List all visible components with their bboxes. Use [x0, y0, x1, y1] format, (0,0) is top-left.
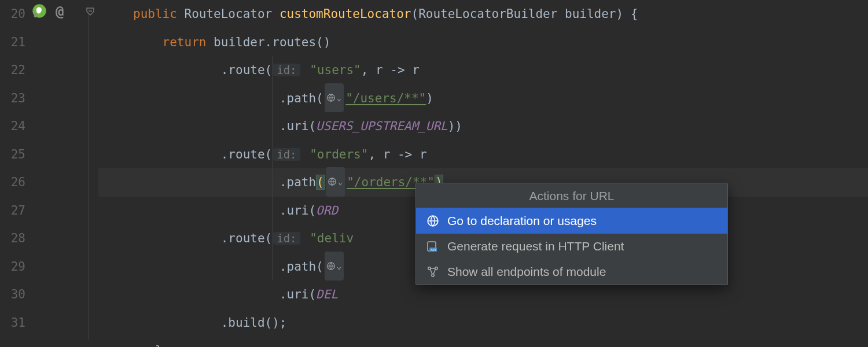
- api-icon: API: [426, 240, 439, 253]
- method-call: .uri(: [279, 119, 316, 133]
- fold-guide: [88, 14, 89, 340]
- code-text: , r -> r: [368, 147, 426, 161]
- method-call: .build();: [221, 316, 287, 330]
- inline-hint: id:: [273, 64, 300, 76]
- svg-point-10: [432, 274, 434, 276]
- param-name: builder: [565, 7, 616, 21]
- code-line[interactable]: .path(⌄"/users/**"): [98, 84, 868, 113]
- line-number: 31: [0, 309, 25, 337]
- string-literal: "orders": [310, 147, 368, 161]
- fold-handle-icon[interactable]: [86, 5, 95, 14]
- fold-gutter: [82, 0, 98, 347]
- line-number: 24: [0, 112, 25, 141]
- code-line[interactable]: }: [98, 337, 868, 347]
- line-number: 29: [0, 253, 25, 281]
- inline-hint: id:: [273, 148, 300, 161]
- popup-item-label: Go to declaration or usages: [447, 214, 597, 228]
- line-number: [0, 337, 25, 347]
- method-call: .uri(: [279, 204, 316, 217]
- svg-text:API: API: [431, 248, 436, 252]
- constant: DEL: [316, 287, 338, 301]
- popup-item-goto-declaration[interactable]: Go to declaration or usages: [416, 208, 727, 234]
- method-call: .path(: [279, 260, 323, 274]
- chevron-down-icon: ⌄: [337, 252, 341, 280]
- endpoints-icon: [426, 265, 439, 278]
- annotation-icon[interactable]: @: [56, 3, 64, 20]
- line-number: 25: [0, 141, 25, 169]
- string-literal: "deliv: [310, 231, 354, 245]
- line-number: 20: [0, 0, 25, 28]
- line-number: 26: [0, 168, 25, 197]
- method-call: .uri(: [279, 287, 316, 301]
- popup-item-label: Generate request in HTTP Client: [447, 239, 624, 253]
- paren-match-open: (: [316, 175, 325, 190]
- code-editor[interactable]: 20 21 22 23 24 25 26 27 28 29 30 31 @: [0, 0, 868, 347]
- popup-title: Actions for URL: [416, 183, 727, 208]
- chevron-down-icon: ⌄: [337, 84, 341, 112]
- code-text: ): [426, 91, 433, 105]
- code-line[interactable]: .build();: [98, 309, 868, 337]
- method-call: .route(: [221, 147, 273, 161]
- url-inlay-icon[interactable]: ⌄: [325, 252, 344, 281]
- chevron-down-icon: ⌄: [338, 168, 343, 196]
- type: RouteLocator: [185, 7, 273, 21]
- method-call: .route(: [221, 231, 273, 245]
- url-inlay-icon[interactable]: ⌄: [326, 167, 345, 197]
- line-number-gutter: 20 21 22 23 24 25 26 27 28 29 30 31: [0, 0, 30, 347]
- code-line[interactable]: return builder.routes(): [98, 28, 868, 57]
- code-line[interactable]: public RouteLocator customRouteLocator(R…: [98, 0, 868, 28]
- code-line[interactable]: .uri(USERS_UPSTREAM_URL)): [98, 112, 868, 141]
- param-type: RouteLocatorBuilder: [418, 7, 557, 21]
- code-area[interactable]: public RouteLocator customRouteLocator(R…: [98, 0, 868, 347]
- popup-item-show-endpoints[interactable]: Show all endpoints of module: [416, 259, 727, 285]
- constant: USERS_UPSTREAM_URL: [316, 119, 448, 133]
- line-number: 22: [0, 56, 25, 84]
- popup-item-label: Show all endpoints of module: [447, 265, 606, 279]
- popup-item-generate-http-request[interactable]: API Generate request in HTTP Client: [416, 234, 727, 259]
- keyword: public: [133, 7, 177, 21]
- inline-hint: id:: [273, 232, 300, 245]
- method-call: .path: [279, 175, 316, 189]
- string-literal: "users": [310, 63, 361, 77]
- constant: ORD: [316, 204, 338, 217]
- url-actions-popup: Actions for URL Go to declaration or usa…: [415, 183, 728, 285]
- line-number: 28: [0, 224, 25, 253]
- code-text: , r -> r: [361, 63, 420, 77]
- line-number: 27: [0, 197, 25, 225]
- gutter-icons: @: [30, 0, 82, 347]
- code-text: )): [448, 119, 462, 133]
- brace: {: [631, 7, 638, 21]
- keyword: return: [163, 35, 207, 49]
- globe-icon: [426, 215, 439, 227]
- line-number: 30: [0, 280, 25, 309]
- spring-bean-icon[interactable]: [31, 3, 47, 22]
- code-line[interactable]: .route(id: "orders", r -> r: [98, 141, 868, 169]
- method-name: customRouteLocator: [279, 7, 411, 21]
- line-number: 23: [0, 84, 25, 113]
- url-string[interactable]: "/users/**": [345, 91, 426, 105]
- expression: builder.routes(): [214, 35, 330, 49]
- url-inlay-icon[interactable]: ⌄: [325, 83, 344, 113]
- method-call: .route(: [221, 63, 273, 77]
- code-line[interactable]: .route(id: "users", r -> r: [98, 56, 868, 84]
- indent-guide: [272, 56, 273, 280]
- method-call: .path(: [279, 91, 323, 105]
- line-number: 21: [0, 28, 25, 57]
- brace: }: [155, 344, 163, 347]
